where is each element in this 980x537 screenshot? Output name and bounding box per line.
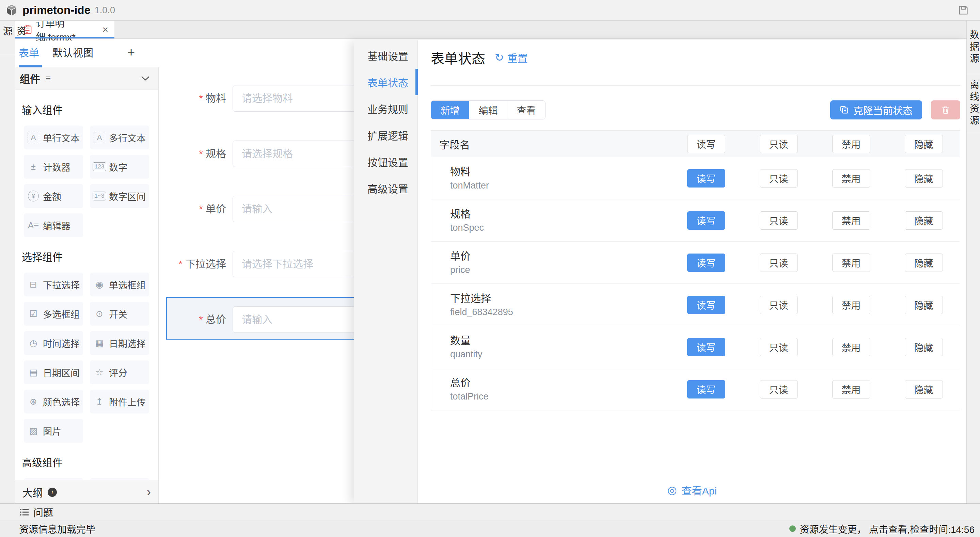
menu-item-basic-settings[interactable]: 基础设置 xyxy=(354,42,417,69)
field-name: 单价 xyxy=(450,250,670,263)
rating-icon: ☆ xyxy=(90,367,109,378)
file-tab-order-detail[interactable]: 订单明细.formx* × xyxy=(15,21,115,38)
readonly-button[interactable]: 只读 xyxy=(760,338,798,356)
image-icon: ▨ xyxy=(24,426,43,436)
readonly-button[interactable]: 只读 xyxy=(760,380,798,399)
component-panel-header: 组件 ≡ xyxy=(15,67,158,89)
component-item-single-line-text[interactable]: A单行文本 xyxy=(24,126,83,149)
component-item-file-upload[interactable]: ↥附件上传 xyxy=(90,390,149,413)
readwrite-button[interactable]: 读写 xyxy=(687,254,725,272)
component-item-radio-group[interactable]: ◉单选框组 xyxy=(90,273,149,296)
panel-title: 表单状态 xyxy=(431,48,485,67)
readwrite-button[interactable]: 读写 xyxy=(687,380,725,399)
clone-current-state-button[interactable]: 克隆当前状态 xyxy=(830,100,922,119)
outline-bar[interactable]: 大纲 i › xyxy=(15,480,158,504)
disabled-button[interactable]: 禁用 xyxy=(832,380,870,399)
state-tab-view[interactable]: 查看 xyxy=(507,101,545,119)
add-view-button[interactable]: + xyxy=(127,38,135,66)
state-tab-add[interactable]: 新增 xyxy=(431,101,469,119)
required-mark: * xyxy=(199,314,203,325)
component-item-switch[interactable]: ⊙开关 xyxy=(90,302,149,326)
readwrite-button[interactable]: 读写 xyxy=(687,338,725,356)
field-code: tonSpec xyxy=(450,222,670,234)
component-item-image[interactable]: ▨图片 xyxy=(24,419,83,443)
reset-button[interactable]: ↻ 重置 xyxy=(495,50,528,65)
menu-item-button-settings[interactable]: 按钮设置 xyxy=(354,148,417,175)
component-item-dropdown-select[interactable]: ⊟下拉选择 xyxy=(24,273,83,296)
menu-item-form-state[interactable]: 表单状态 xyxy=(354,69,417,95)
view-api-link[interactable]: ◎ 查看Api xyxy=(418,483,966,497)
hidden-button[interactable]: 隐藏 xyxy=(905,296,943,314)
hidden-button[interactable]: 隐藏 xyxy=(905,211,943,230)
number-icon: 123 xyxy=(90,162,109,171)
disabled-button[interactable]: 禁用 xyxy=(832,296,870,314)
hidden-button[interactable]: 隐藏 xyxy=(905,380,943,399)
problems-list-icon xyxy=(20,508,29,516)
rail-tab-offline-resources[interactable]: 离线资源 xyxy=(967,74,980,133)
copy-icon xyxy=(840,105,849,115)
chevron-right-icon[interactable]: › xyxy=(147,485,151,499)
hidden-button[interactable]: 隐藏 xyxy=(905,338,943,356)
switch-icon: ⊙ xyxy=(90,309,109,319)
component-item-counter[interactable]: ±计数器 xyxy=(24,155,83,179)
header-hidden-button[interactable]: 隐藏 xyxy=(905,135,943,153)
component-list: 输入组件 A单行文本 A多行文本 ±计数器 123数字 ¥金额 1~3数字区间 … xyxy=(15,89,158,490)
table-row: 物料 tonMatter 读写 只读 禁用 隐藏 xyxy=(431,157,960,199)
delete-state-button[interactable] xyxy=(931,100,960,119)
component-item-color-picker[interactable]: ⊛颜色选择 xyxy=(24,390,83,413)
resource-change-notice[interactable]: 资源发生变更， 点击查看,检查时间:14:56 xyxy=(789,522,975,535)
field-code: field_68342895 xyxy=(450,306,670,318)
menu-item-business-rules[interactable]: 业务规则 xyxy=(354,95,417,122)
field-name: 数量 xyxy=(450,334,670,347)
readwrite-button[interactable]: 读写 xyxy=(687,211,725,230)
menu-item-extension-logic[interactable]: 扩展逻辑 xyxy=(354,122,417,148)
component-item-amount[interactable]: ¥金额 xyxy=(24,184,83,208)
file-upload-icon: ↥ xyxy=(90,396,109,407)
disabled-button[interactable]: 禁用 xyxy=(832,169,870,187)
component-item-editor[interactable]: A≡编辑器 xyxy=(24,213,83,237)
disabled-button[interactable]: 禁用 xyxy=(832,338,870,356)
disabled-button[interactable]: 禁用 xyxy=(832,211,870,230)
rail-tab-resources[interactable]: 资源 xyxy=(0,21,27,55)
readwrite-button[interactable]: 读写 xyxy=(687,296,725,314)
header-disabled-button[interactable]: 禁用 xyxy=(832,135,870,153)
field-label-unit-price: 单价 xyxy=(206,203,226,214)
component-item-time-picker[interactable]: ◷时间选择 xyxy=(24,331,83,355)
save-icon[interactable] xyxy=(958,5,969,16)
disabled-button[interactable]: 禁用 xyxy=(832,254,870,272)
field-name: 规格 xyxy=(450,208,670,221)
component-item-rating[interactable]: ☆评分 xyxy=(90,361,149,384)
component-item-multi-line-text[interactable]: A多行文本 xyxy=(90,126,149,149)
clone-label: 克隆当前状态 xyxy=(853,103,913,117)
problems-bar[interactable]: 问题 xyxy=(0,503,980,520)
radio-group-icon: ◉ xyxy=(90,280,109,290)
hidden-button[interactable]: 隐藏 xyxy=(905,254,943,272)
readonly-button[interactable]: 只读 xyxy=(760,296,798,314)
field-label-spec: 规格 xyxy=(206,148,226,159)
header-readonly-button[interactable]: 只读 xyxy=(760,135,798,153)
hidden-button[interactable]: 隐藏 xyxy=(905,169,943,187)
readonly-button[interactable]: 只读 xyxy=(760,211,798,230)
required-mark: * xyxy=(178,258,183,270)
component-item-number[interactable]: 123数字 xyxy=(90,155,149,179)
component-item-date-picker[interactable]: ▦日期选择 xyxy=(90,331,149,355)
required-mark: * xyxy=(199,203,203,214)
component-item-date-range[interactable]: ▤日期区间 xyxy=(24,361,83,384)
checkbox-group-icon: ☑ xyxy=(24,309,43,319)
menu-item-advanced-settings[interactable]: 高级设置 xyxy=(354,175,417,202)
settings-drawer: 基础设置 表单状态 业务规则 扩展逻辑 按钮设置 高级设置 表单状态 ↻ 重置 … xyxy=(354,40,966,504)
color-picker-icon: ⊛ xyxy=(24,396,43,407)
state-tab-edit[interactable]: 编辑 xyxy=(469,101,507,119)
header-readwrite-button[interactable]: 读写 xyxy=(687,135,725,153)
trash-icon xyxy=(940,105,951,115)
readwrite-button[interactable]: 读写 xyxy=(687,169,725,187)
table-header-row: 字段名 读写 只读 禁用 隐藏 xyxy=(431,131,960,157)
rail-tab-datasource[interactable]: 数据源 xyxy=(967,21,980,74)
chevron-down-icon[interactable] xyxy=(141,75,150,81)
component-list-icon: ≡ xyxy=(46,73,51,84)
component-item-number-range[interactable]: 1~3数字区间 xyxy=(90,184,149,208)
close-tab-icon[interactable]: × xyxy=(102,24,108,35)
component-item-checkbox-group[interactable]: ☑多选框组 xyxy=(24,302,83,326)
readonly-button[interactable]: 只读 xyxy=(760,254,798,272)
readonly-button[interactable]: 只读 xyxy=(760,169,798,187)
